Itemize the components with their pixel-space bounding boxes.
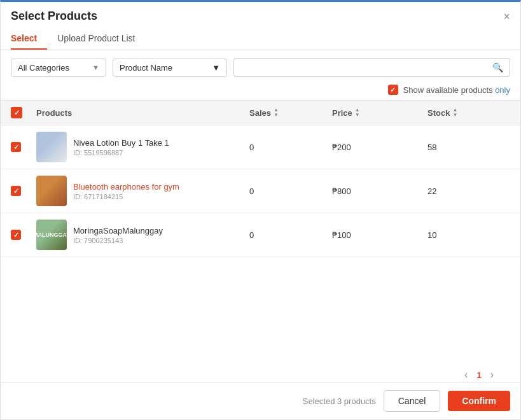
row-1-id: ID: 5519596887	[73, 149, 169, 157]
row-1-checkbox[interactable]	[11, 142, 21, 152]
filters-bar: All Categories ▼ Product Name ▼ 🔍	[1, 50, 520, 85]
table-row: Bluetooth earphones for gym ID: 67171842…	[1, 169, 520, 213]
show-available-label: Show available products only	[403, 85, 510, 95]
row-3-product: MALUNGGAY MoringaSoapMalunggay ID: 79002…	[36, 220, 249, 250]
row-2-id: ID: 6717184215	[73, 193, 179, 200]
row-2-thumbnail	[36, 176, 67, 206]
row-2-name: Bluetooth earphones for gym	[73, 182, 179, 192]
header-products: Products	[36, 108, 249, 118]
row-3-price: ₱100	[332, 230, 427, 240]
search-icon: 🔍	[492, 62, 503, 73]
confirm-button[interactable]: Confirm	[448, 391, 510, 411]
row-check-col	[11, 230, 36, 240]
current-page: 1	[476, 370, 481, 380]
row-3-name: MoringaSoapMalunggay	[73, 226, 163, 235]
row-2-price: ₱800	[332, 186, 427, 196]
row-1-thumbnail	[36, 132, 67, 162]
pagination-row: ‹ 1 ›	[1, 363, 520, 382]
table-header: Products Sales ▲▼ Price ▲▼ Stock ▲▼	[1, 100, 520, 125]
sort-arrows-price: ▲▼	[355, 108, 360, 118]
row-1-price: ₱200	[332, 143, 427, 152]
row-3-id: ID: 7900235143	[73, 237, 163, 244]
next-page-button[interactable]: ›	[487, 368, 497, 382]
row-2-product: Bluetooth earphones for gym ID: 67171842…	[36, 176, 249, 206]
cancel-button[interactable]: Cancel	[384, 390, 441, 412]
row-1-name: Nivea Lotion Buy 1 Take 1	[73, 138, 169, 148]
header-sales[interactable]: Sales ▲▼	[249, 108, 332, 118]
table-row: MALUNGGAY MoringaSoapMalunggay ID: 79002…	[1, 213, 520, 257]
row-2-sales: 0	[249, 186, 332, 196]
row-1-sales: 0	[249, 143, 332, 152]
row-3-sales: 0	[249, 230, 332, 240]
search-input[interactable]	[240, 63, 492, 73]
row-1-stock: 58	[427, 143, 510, 152]
modal-footer: Selected 3 products Cancel Confirm	[1, 382, 520, 419]
select-products-modal: Select Products × Select Upload Product …	[0, 0, 521, 420]
row-2-checkbox[interactable]	[11, 186, 21, 196]
tab-upload[interactable]: Upload Product List	[57, 28, 145, 50]
category-dropdown[interactable]: All Categories ▼	[11, 59, 106, 77]
pagination: ‹ 1 ›	[11, 368, 497, 382]
row-3-stock: 10	[427, 230, 510, 240]
selected-count: Selected 3 products	[303, 396, 376, 406]
show-available-row: Show available products only	[1, 85, 520, 100]
row-1-product: Nivea Lotion Buy 1 Take 1 ID: 5519596887	[36, 132, 249, 162]
search-box[interactable]: 🔍	[233, 58, 510, 77]
header-price[interactable]: Price ▲▼	[332, 108, 427, 118]
chevron-down-icon: ▼	[212, 63, 220, 73]
row-check-col	[11, 142, 36, 152]
show-available-checkbox[interactable]	[388, 85, 398, 95]
tab-select[interactable]: Select	[11, 28, 47, 50]
close-button[interactable]: ×	[503, 11, 510, 22]
header-stock[interactable]: Stock ▲▼	[427, 108, 510, 118]
prev-page-button[interactable]: ‹	[461, 368, 471, 382]
row-check-col	[11, 186, 36, 196]
modal-title: Select Products	[11, 10, 97, 23]
tabs-container: Select Upload Product List	[1, 28, 520, 50]
modal-header: Select Products ×	[1, 2, 520, 23]
row-2-stock: 22	[427, 186, 510, 196]
select-all-checkbox[interactable]	[11, 107, 22, 118]
sort-arrows-stock: ▲▼	[452, 108, 457, 118]
sort-arrows-sales: ▲▼	[274, 108, 279, 118]
table-row: Nivea Lotion Buy 1 Take 1 ID: 5519596887…	[1, 125, 520, 169]
row-3-checkbox[interactable]	[11, 230, 21, 240]
chevron-down-icon: ▼	[92, 64, 99, 71]
product-name-dropdown[interactable]: Product Name ▼	[113, 59, 227, 77]
header-check-col	[11, 107, 36, 118]
product-list: Nivea Lotion Buy 1 Take 1 ID: 5519596887…	[1, 125, 520, 363]
row-3-thumbnail: MALUNGGAY	[36, 220, 67, 250]
